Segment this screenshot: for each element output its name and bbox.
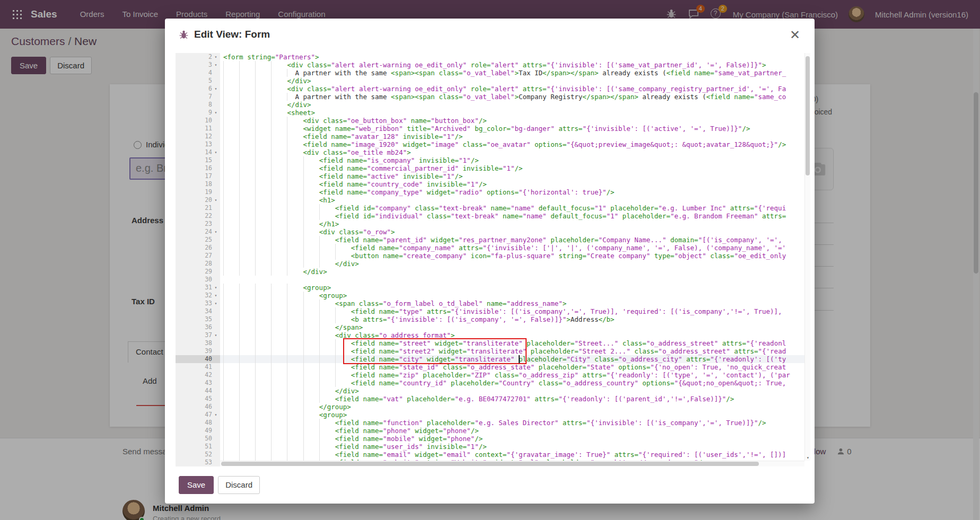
close-icon[interactable]: ✕ (787, 27, 803, 43)
gutter-line[interactable]: 8 (176, 101, 220, 109)
gutter-line[interactable]: 39 (176, 347, 220, 355)
gutter-line[interactable]: 3▾ (176, 61, 220, 69)
gutter-line[interactable]: 6▾ (176, 85, 220, 93)
gutter-line[interactable]: 14▾ (176, 148, 220, 156)
code-line[interactable]: </group> (220, 403, 810, 411)
gutter-line[interactable]: 40 (176, 355, 220, 363)
gutter-line[interactable]: 16 (176, 164, 220, 172)
gutter-line[interactable]: 15 (176, 156, 220, 164)
code-line[interactable]: <button name="create_company" icon="fa-p… (220, 252, 810, 260)
gutter-line[interactable]: 12 (176, 133, 220, 140)
gutter-line[interactable]: 13 (176, 140, 220, 148)
code-line[interactable]: </div> (220, 77, 810, 85)
code-line[interactable]: </div> (220, 101, 810, 109)
code-line[interactable]: A partner with the same <span><span clas… (220, 93, 810, 101)
code-line[interactable]: <field name="active" invisible="1"/> (220, 172, 810, 180)
editor-vscroll-thumb[interactable] (806, 56, 810, 175)
gutter-line[interactable]: 46 (176, 403, 220, 411)
code-line[interactable]: A partner with the same <span><span clas… (220, 69, 810, 77)
fold-icon[interactable]: ▾ (212, 86, 220, 91)
code-line[interactable]: <field name="phone" widget="phone"/> (220, 427, 810, 435)
gutter-line[interactable]: 45 (176, 395, 220, 403)
code-line[interactable]: <div class="oe_title mb24"> (220, 148, 810, 156)
fold-icon[interactable]: ▾ (212, 230, 220, 234)
code-line[interactable]: <field name="street" widget="translitera… (220, 339, 810, 347)
gutter-line[interactable]: 4 (176, 69, 220, 77)
gutter-line[interactable]: 53 (176, 459, 220, 466)
code-line[interactable]: <form string="Partners"> (220, 53, 810, 61)
code-line[interactable]: <div class="o_address_format"> (220, 331, 810, 339)
modal-save-button[interactable]: Save (179, 476, 214, 494)
code-line[interactable]: <group> (220, 292, 810, 299)
gutter-line[interactable]: 44 (176, 387, 220, 395)
code-line[interactable]: <field name="avatar_128" invisible="1"/> (220, 133, 810, 140)
gutter-line[interactable]: 49 (176, 427, 220, 435)
fold-icon[interactable]: ▾ (212, 150, 220, 155)
modal-discard-button[interactable]: Discard (218, 476, 260, 494)
gutter-line[interactable]: 27 (176, 252, 220, 260)
gutter-line[interactable]: 29 (176, 268, 220, 276)
fold-icon[interactable]: ▾ (212, 198, 220, 202)
editor-vertical-scrollbar[interactable]: ▾ (804, 53, 810, 461)
fold-icon[interactable]: ▾ (212, 285, 220, 290)
fold-icon[interactable]: ▾ (212, 63, 220, 67)
gutter-line[interactable]: 35 (176, 315, 220, 323)
gutter-line[interactable]: 28 (176, 260, 220, 268)
code-line[interactable]: <field name="image_1920" widget="image" … (220, 140, 810, 148)
gutter-line[interactable]: 43 (176, 379, 220, 387)
code-line[interactable]: <field name="city" widget="transliterate… (220, 355, 810, 363)
code-line[interactable]: <widget name="web_ribbon" title="Archive… (220, 125, 810, 133)
gutter-line[interactable]: 24▾ (176, 228, 220, 236)
code-line[interactable]: <field name="zip" placeholder="ZIP" clas… (220, 371, 810, 379)
code-line[interactable]: </div> (220, 387, 810, 395)
gutter-line[interactable]: 23 (176, 220, 220, 228)
scroll-down-arrow-icon[interactable]: ▾ (805, 455, 811, 460)
gutter-line[interactable]: 32▾ (176, 292, 220, 299)
code-editor[interactable]: 2▾3▾456▾789▾1011121314▾151617181920▾2122… (176, 53, 810, 466)
code-line[interactable]: <field name="is_company" invisible="1"/> (220, 156, 810, 164)
code-line[interactable]: <span class="o_form_label o_td_label" na… (220, 299, 810, 307)
fold-icon[interactable]: ▾ (212, 293, 220, 298)
gutter-line[interactable]: 34 (176, 307, 220, 315)
code-line[interactable]: <b attrs="{'invisible': [('is_company', … (220, 315, 810, 323)
code-line[interactable]: </div> (220, 260, 810, 268)
code-line[interactable]: <field name="vat" placeholder="e.g. BE04… (220, 395, 810, 403)
gutter-line[interactable]: 11 (176, 125, 220, 133)
gutter-line[interactable]: 26 (176, 244, 220, 252)
code-line[interactable]: <div class="alert alert-warning oe_edit_… (220, 85, 810, 93)
fold-icon[interactable]: ▾ (212, 55, 220, 59)
gutter-line[interactable]: 25 (176, 236, 220, 244)
gutter-line[interactable]: 38 (176, 339, 220, 347)
code-line[interactable]: <field name="email" widget="email" conte… (220, 451, 810, 459)
gutter-line[interactable]: 18 (176, 180, 220, 188)
code-line[interactable]: <field id="company" class="text-break" n… (220, 204, 810, 212)
code-line[interactable]: <h1> (220, 196, 810, 204)
gutter-line[interactable]: 10 (176, 117, 220, 125)
code-line[interactable]: <field name="parent_id" widget="res_part… (220, 236, 810, 244)
gutter-line[interactable]: 30 (176, 276, 220, 284)
gutter-line[interactable]: 7 (176, 93, 220, 101)
gutter-line[interactable]: 42 (176, 371, 220, 379)
code-line[interactable]: <field name="company_type" widget="radio… (220, 188, 810, 196)
code-line[interactable]: <field name="function" placeholder="e.g.… (220, 419, 810, 427)
code-line[interactable]: <field name="country_code" invisible="1"… (220, 180, 810, 188)
gutter-line[interactable]: 37▾ (176, 331, 220, 339)
gutter-line[interactable]: 9▾ (176, 109, 220, 117)
code-line[interactable]: <field name="street2" widget="transliter… (220, 347, 810, 355)
gutter-line[interactable]: 31▾ (176, 284, 220, 292)
code-line[interactable]: <group> (220, 411, 810, 419)
code-line[interactable]: <field name="user_ids" invisible="1"/> (220, 443, 810, 451)
editor-code[interactable]: <form string="Partners"> <div class="ale… (220, 53, 810, 466)
gutter-line[interactable]: 17 (176, 172, 220, 180)
gutter-line[interactable]: 48 (176, 419, 220, 427)
gutter-line[interactable]: 51 (176, 443, 220, 451)
code-line[interactable]: <field id="individual" class="text-break… (220, 212, 810, 220)
editor-horizontal-scrollbar[interactable] (220, 461, 804, 466)
fold-icon[interactable]: ▾ (212, 301, 220, 306)
code-line[interactable]: </div> (220, 268, 810, 276)
gutter-line[interactable]: 47▾ (176, 411, 220, 419)
code-line[interactable]: <field name="mobile" widget="phone"/> (220, 435, 810, 443)
code-line[interactable]: <field name="type" attrs="{'invisible': … (220, 307, 810, 315)
editor-hscroll-thumb[interactable] (221, 462, 759, 466)
fold-icon[interactable]: ▾ (212, 110, 220, 115)
